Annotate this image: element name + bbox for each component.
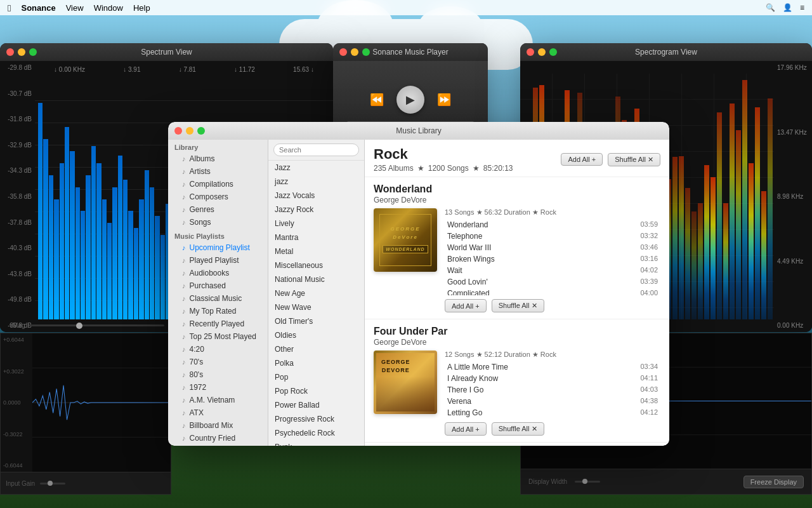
minimize-button-library[interactable] (186, 127, 193, 135)
sidebar-item-songs[interactable]: ♪ Songs (168, 216, 268, 229)
vmag-slider-thumb[interactable] (76, 323, 82, 329)
sidebar-label-country-fried: Country Fried (190, 434, 236, 443)
genre-item-old-timers[interactable]: Old Timer's (268, 314, 364, 328)
sidebar-item-disco[interactable]: ♪ Disco (168, 444, 268, 446)
sidebar-item-genres[interactable]: ♪ Genres (168, 203, 268, 216)
album-art-image-wonderland: GEORGE DeVore WONDERLAND (374, 208, 437, 272)
menu-view[interactable]: View (66, 3, 84, 13)
genre-item-metal[interactable]: Metal (268, 244, 364, 258)
sidebar-item-artists[interactable]: ♪ Artists (168, 165, 268, 178)
sidebar-item-compilations[interactable]: ♪ Compilations (168, 178, 268, 190)
sidebar-item-recently-played[interactable]: ♪ Recently Played (168, 318, 268, 330)
album-add-all-button-wonderland[interactable]: Add All + (445, 299, 487, 312)
close-button-spectrogram[interactable] (527, 48, 534, 56)
user-icon[interactable]: 👤 (783, 3, 792, 12)
menu-window[interactable]: Window (94, 3, 123, 13)
genre-item-progressive-rock[interactable]: Progressive Rock (268, 412, 364, 426)
genre-item-new-age[interactable]: New Age (268, 286, 364, 300)
genre-item-pop[interactable]: Pop (268, 370, 364, 384)
sidebar-item-albums[interactable]: ♪ Albums (168, 152, 268, 165)
spectrum-bar (118, 156, 122, 319)
genre-item-national-music[interactable]: National Music (268, 272, 364, 286)
display-width-slider[interactable] (575, 481, 600, 483)
maximize-button-spectrum[interactable] (29, 48, 37, 56)
genre-item-psychedelic-rock[interactable]: Psychedelic Rock (268, 426, 364, 440)
menu-help[interactable]: Help (133, 3, 150, 13)
genre-item-other[interactable]: Other (268, 342, 364, 356)
track-row[interactable]: There I Go04:03 (445, 384, 660, 396)
track-row[interactable]: Complicated04:00 (445, 288, 660, 295)
sidebar-item-80s[interactable]: ♪ 80's (168, 368, 268, 381)
track-row[interactable]: A Little More Time03:34 (445, 361, 660, 373)
app-name[interactable]: Sonance (21, 3, 55, 13)
y-label-1: -30.7 dB (3, 90, 32, 97)
spectro-y-2: 8.98 KHz (777, 193, 809, 200)
track-row[interactable]: Good Lovin'03:39 (445, 276, 660, 288)
track-row[interactable]: World War III03:46 (445, 242, 660, 253)
genre-item-punk[interactable]: Punk (268, 440, 364, 446)
genre-item-lively[interactable]: Lively (268, 217, 364, 231)
freeze-display-button[interactable]: Freeze Display (743, 476, 804, 488)
sidebar-item-am-vietnam[interactable]: ♪ A.M. Vietnam (168, 394, 268, 406)
album-shuffle-button-wonderland[interactable]: Shuffle All ✕ (492, 299, 544, 312)
sidebar-item-audiobooks[interactable]: ♪ Audiobooks (168, 267, 268, 279)
close-button-spectrum[interactable] (6, 48, 14, 56)
maximize-button-library[interactable] (197, 127, 205, 135)
sidebar-item-billboard-mix[interactable]: ♪ Billboard Mix (168, 419, 268, 432)
track-row[interactable]: Broken Wings03:16 (445, 253, 660, 265)
track-row[interactable]: Letting Go04:12 (445, 407, 660, 418)
fast-forward-button[interactable]: ⏩ (437, 93, 451, 107)
sidebar-item-1972[interactable]: ♪ 1972 (168, 381, 268, 394)
genre-item-new-wave[interactable]: New Wave (268, 300, 364, 314)
maximize-button-player[interactable] (362, 48, 370, 56)
genre-item-jazzy-rock[interactable]: Jazzy Rock (268, 203, 364, 217)
vmag-slider-track[interactable] (29, 324, 164, 326)
input-gain-thumb[interactable] (48, 481, 53, 486)
track-row[interactable]: Wonderland03:59 (445, 219, 660, 231)
sidebar-item-70s[interactable]: ♪ 70's (168, 356, 268, 368)
album-shuffle-button-four-under-par[interactable]: Shuffle All ✕ (492, 422, 544, 436)
rewind-button[interactable]: ⏪ (370, 93, 384, 107)
track-row[interactable]: I Already Know04:11 (445, 373, 660, 384)
display-width-thumb[interactable] (582, 479, 587, 484)
genre-item-polka[interactable]: Polka (268, 356, 364, 370)
sidebar-item-country-fried[interactable]: ♪ Country Fried (168, 432, 268, 444)
genre-item-mantra[interactable]: Mantra (268, 231, 364, 244)
track-row[interactable]: Telephone03:32 (445, 231, 660, 242)
close-button-library[interactable] (174, 127, 182, 135)
minimize-button-spectrogram[interactable] (538, 48, 546, 56)
genre-item-power-ballad[interactable]: Power Ballad (268, 398, 364, 412)
sidebar-item-my-top-rated[interactable]: ♪ My Top Rated (168, 305, 268, 318)
apple-menu[interactable]:  (8, 3, 11, 13)
search-icon[interactable]: 🔍 (766, 3, 775, 12)
minimize-button-spectrum[interactable] (18, 48, 25, 56)
menu-icon[interactable]: ≡ (800, 3, 804, 12)
album-add-all-button-four-under-par[interactable]: Add All + (445, 422, 487, 436)
genre-item-miscellaneous[interactable]: Miscellaneous (268, 258, 364, 272)
sidebar-item-classical-music[interactable]: ♪ Classical Music (168, 292, 268, 305)
genre-item-pop-rock[interactable]: Pop Rock (268, 384, 364, 398)
sidebar-item-top25[interactable]: ♪ Top 25 Most Played (168, 330, 268, 343)
maximize-button-spectrogram[interactable] (549, 48, 557, 56)
add-all-button[interactable]: Add All + (561, 153, 603, 166)
genres-icon: ♪ (182, 206, 186, 213)
sidebar-item-composers[interactable]: ♪ Composers (168, 190, 268, 203)
sidebar-item-atx[interactable]: ♪ ATX (168, 406, 268, 419)
genre-item-jazz-vocals[interactable]: Jazz Vocals (268, 189, 364, 203)
shuffle-all-button[interactable]: Shuffle All ✕ (608, 153, 660, 166)
sidebar-item-420[interactable]: ♪ 4:20 (168, 343, 268, 356)
track-row[interactable]: Wait04:02 (445, 265, 660, 276)
sidebar-item-upcoming-playlist[interactable]: ♪ Upcoming Playlist (168, 241, 268, 254)
sidebar-item-purchased[interactable]: ♪ Purchased (168, 279, 268, 292)
genre-item-oldies[interactable]: Oldies (268, 328, 364, 342)
close-button-player[interactable] (339, 48, 347, 56)
track-row[interactable]: Verena04:38 (445, 396, 660, 407)
genre-search-input[interactable] (273, 144, 359, 156)
track-duration: 03:32 (640, 232, 658, 241)
input-gain-slider[interactable] (40, 483, 65, 485)
genre-item-jazz[interactable]: Jazz (268, 161, 364, 175)
genre-item-jazz2[interactable]: jazz (268, 175, 364, 189)
play-button[interactable]: ▶ (396, 86, 424, 114)
minimize-button-player[interactable] (351, 48, 358, 56)
sidebar-item-played-playlist[interactable]: ♪ Played Playlist (168, 254, 268, 267)
